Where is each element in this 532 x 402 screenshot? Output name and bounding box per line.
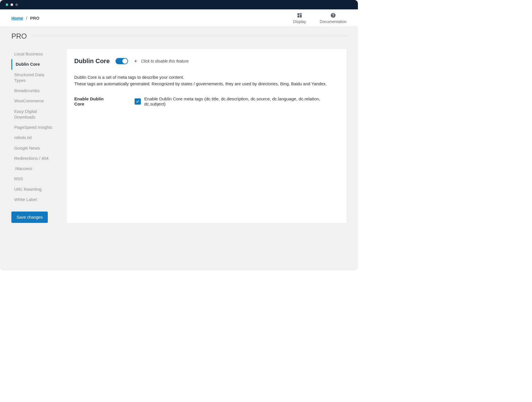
arrow-left-icon [134, 59, 138, 63]
check-icon [136, 100, 140, 103]
toggle-hint-block: Click to disable this feature [134, 59, 189, 63]
enable-dublin-core-checkbox[interactable] [135, 98, 141, 105]
topbar: Home / PRO Display Documentation [0, 9, 358, 27]
main-layout: Local BusinessDublin CoreStructured Data… [11, 49, 347, 223]
breadcrumb-home-link[interactable]: Home [11, 16, 23, 20]
panel-description: Dublin Core is a set of meta tags to des… [74, 74, 339, 87]
question-circle-icon [330, 13, 336, 18]
sidebar-item-dublin-core[interactable]: Dublin Core [11, 59, 55, 69]
sidebar-item-robots-txt[interactable]: robots.txt [11, 132, 55, 143]
sidebar-item-redirections-404[interactable]: Redirections / 404 [11, 153, 55, 163]
sidebar-item-rss[interactable]: RSS [11, 174, 55, 184]
window-titlebar [0, 0, 358, 9]
field-label-enable-dublin-core: Enable Dublin Core [74, 96, 114, 107]
sidebar-item-white-label[interactable]: White Label [11, 194, 55, 205]
page-title: PRO [11, 32, 27, 40]
documentation-link[interactable]: Documentation [320, 13, 347, 24]
breadcrumb-separator: / [26, 16, 27, 20]
traffic-light-maximize[interactable] [15, 3, 18, 6]
display-link[interactable]: Display [293, 13, 306, 24]
sidebar-item-woocommerce[interactable]: WooCommerce [11, 96, 55, 106]
save-button[interactable]: Save changes [11, 212, 48, 223]
sidebar: Local BusinessDublin CoreStructured Data… [11, 49, 55, 223]
traffic-light-close[interactable] [6, 3, 8, 6]
sidebar-item-pagespeed-insights[interactable]: PageSpeed Insights [11, 122, 55, 132]
enable-dublin-core-checkbox-row[interactable]: Enable Dublin Core meta tags (dc.title, … [135, 96, 339, 107]
sidebar-item-easy-digital-downloads[interactable]: Easy Digital Downloads [11, 106, 55, 123]
breadcrumb: Home / PRO [11, 16, 39, 20]
sidebar-item-htaccess[interactable]: .htaccess [11, 163, 55, 174]
enable-dublin-core-checkbox-label: Enable Dublin Core meta tags (dc.title, … [144, 96, 339, 107]
documentation-label: Documentation [320, 19, 347, 24]
enable-dublin-core-field: Enable Dublin Core Enable Dublin Core me… [74, 96, 339, 107]
toplinks: Display Documentation [293, 13, 347, 24]
settings-panel: Dublin Core Click to disable this featur… [67, 49, 347, 223]
toggle-hint-text: Click to disable this feature [141, 59, 189, 63]
sidebar-item-breadcrumbs[interactable]: Breadcrumbs [11, 86, 55, 96]
panel-desc-line1: Dublin Core is a set of meta tags to des… [74, 74, 339, 80]
panel-header: Dublin Core Click to disable this featur… [74, 57, 339, 65]
sidebar-item-url-rewriting[interactable]: URL Rewriting [11, 184, 55, 194]
sidebar-item-google-news[interactable]: Google News [11, 143, 55, 153]
page-body: PRO Local BusinessDublin CoreStructured … [0, 27, 358, 270]
feature-toggle[interactable] [116, 58, 128, 64]
display-icon [297, 13, 302, 18]
traffic-light-minimize[interactable] [11, 3, 13, 6]
sidebar-item-structured-data-types[interactable]: Structured Data Types [11, 70, 55, 86]
title-divider [32, 36, 347, 36]
panel-title: Dublin Core [74, 57, 110, 65]
display-label: Display [293, 19, 306, 24]
breadcrumb-current: PRO [30, 16, 40, 20]
sidebar-item-local-business[interactable]: Local Business [11, 49, 55, 59]
page-title-wrap: PRO [11, 32, 347, 40]
panel-desc-line2: These tags are automatically generated. … [74, 80, 339, 87]
